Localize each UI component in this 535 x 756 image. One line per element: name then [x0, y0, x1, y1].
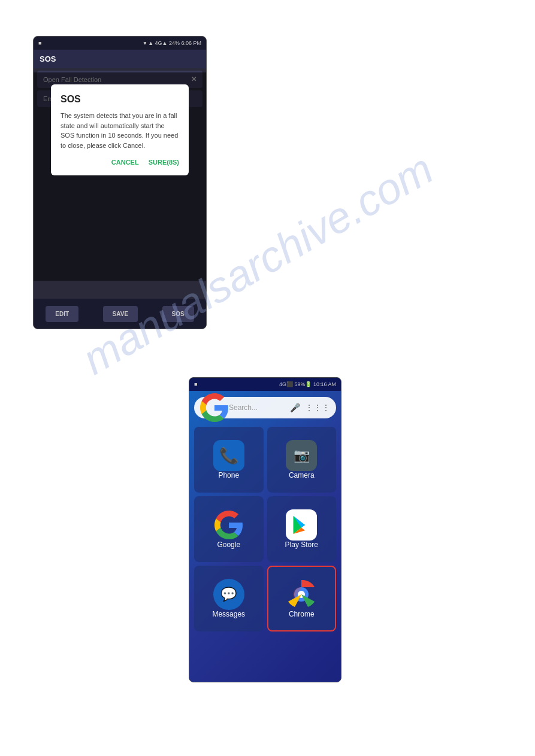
status-left-1: ■ [38, 40, 41, 46]
playstore-label: Play Store [285, 541, 318, 549]
bottom-bar: EDIT SAVE SOS [34, 299, 206, 329]
chrome-label: Chrome [289, 610, 315, 618]
status-bar-1: ■ ♥ ▲ 4G▲ 24% 6:06 PM [34, 37, 206, 50]
camera-app-cell[interactable]: 📷 Camera [267, 427, 337, 493]
status-left-2: ■ [194, 381, 197, 387]
status-right-2: 4G⬛ 59%🔋 10:16 AM [279, 381, 336, 387]
dialog-title: SOS [61, 94, 179, 105]
google-icon [213, 509, 244, 541]
messages-app-cell[interactable]: 💬 Messages [194, 566, 264, 631]
phone-label: Phone [218, 471, 239, 479]
sos-dialog: SOS The system detects that you are in a… [51, 84, 189, 175]
phone-screen-sos: ■ ♥ ▲ 4G▲ 24% 6:06 PM SOS Open Fall Dete… [33, 36, 207, 329]
messages-icon: 💬 [213, 579, 244, 610]
search-placeholder: Search... [229, 403, 290, 412]
microphone-icon[interactable]: 🎤 [290, 403, 300, 412]
save-button[interactable]: SAVE [103, 306, 138, 322]
chrome-app-cell[interactable]: Chrome [267, 566, 337, 631]
chrome-icon [286, 579, 317, 610]
status-right-1: ♥ ▲ 4G▲ 24% 6:06 PM [143, 40, 201, 46]
phone-icon: 📞 [213, 440, 244, 471]
google-app-cell[interactable]: Google [194, 496, 264, 562]
dialog-buttons: CANCEL SURE(8S) [61, 159, 179, 166]
home-background: Search... 🎤 ⋮⋮⋮ 📞 Phone 📷 Camera [189, 391, 341, 682]
camera-label: Camera [289, 471, 315, 479]
cancel-button[interactable]: CANCEL [111, 159, 139, 166]
sure-button[interactable]: SURE(8S) [149, 159, 179, 166]
apps-grid-icon[interactable]: ⋮⋮⋮ [305, 403, 330, 412]
google-label: Google [217, 541, 240, 549]
google-g-icon [200, 393, 229, 422]
dialog-body: The system detects that you are in a fal… [61, 111, 179, 150]
google-search-bar[interactable]: Search... 🎤 ⋮⋮⋮ [194, 397, 336, 418]
messages-label: Messages [212, 610, 245, 618]
dialog-overlay: SOS The system detects that you are in a… [34, 72, 206, 281]
phone-app-cell[interactable]: 📞 Phone [194, 427, 264, 493]
sos-title: SOS [40, 54, 56, 63]
sos-button[interactable]: SOS [162, 306, 194, 322]
app-grid: 📞 Phone 📷 Camera Google [194, 427, 336, 631]
playstore-app-cell[interactable]: Play Store [267, 496, 337, 562]
phone-screen-home: ■ 4G⬛ 59%🔋 10:16 AM Search... 🎤 ⋮⋮⋮ 📞 Ph… [189, 377, 341, 682]
edit-button[interactable]: EDIT [46, 306, 78, 322]
playstore-icon [286, 509, 317, 541]
status-bar-2: ■ 4G⬛ 59%🔋 10:16 AM [189, 378, 341, 391]
sos-app-header: SOS [34, 50, 206, 68]
camera-icon: 📷 [286, 440, 317, 471]
